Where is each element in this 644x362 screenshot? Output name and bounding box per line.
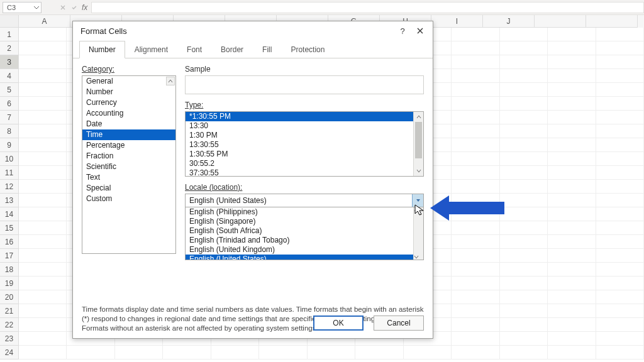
tab-number[interactable]: Number: [79, 41, 125, 58]
cell[interactable]: [19, 166, 67, 180]
cell[interactable]: [452, 69, 499, 83]
category-item[interactable]: Text: [82, 172, 175, 183]
category-item[interactable]: Accounting: [82, 108, 175, 119]
cell[interactable]: [500, 111, 548, 124]
type-item[interactable]: *1:30:55 PM: [186, 112, 423, 121]
row-header[interactable]: 20: [0, 290, 19, 304]
category-item[interactable]: Custom: [82, 194, 175, 204]
cell[interactable]: [355, 346, 403, 359]
cell[interactable]: [500, 332, 548, 346]
cell[interactable]: [19, 194, 67, 207]
cell[interactable]: [548, 111, 596, 124]
cell[interactable]: [452, 55, 499, 69]
cell[interactable]: [452, 180, 499, 194]
cell[interactable]: [500, 41, 548, 55]
row-header[interactable]: 12: [0, 180, 19, 194]
cell[interactable]: [500, 83, 548, 97]
row-header[interactable]: 13: [0, 194, 19, 207]
cell[interactable]: [500, 290, 548, 304]
row-header[interactable]: 8: [0, 124, 19, 138]
cell[interactable]: [500, 318, 548, 332]
cell[interactable]: [452, 138, 499, 152]
help-button[interactable]: ?: [395, 23, 410, 38]
cell[interactable]: [308, 346, 355, 359]
cell[interactable]: [548, 194, 596, 207]
row-header[interactable]: 9: [0, 138, 19, 152]
cell[interactable]: [19, 55, 67, 69]
cell[interactable]: [19, 97, 67, 111]
cell[interactable]: [452, 221, 499, 235]
cell[interactable]: [596, 138, 644, 152]
tab-fill[interactable]: Fill: [253, 41, 281, 58]
scroll-thumb[interactable]: [414, 212, 423, 238]
cell[interactable]: [500, 304, 548, 318]
cell[interactable]: [596, 180, 644, 194]
cell[interactable]: [452, 332, 499, 346]
row-header[interactable]: 22: [0, 318, 19, 332]
cell[interactable]: [19, 152, 67, 166]
locale-scrollbar[interactable]: [413, 207, 423, 260]
cell[interactable]: [548, 124, 596, 138]
cell[interactable]: [500, 249, 548, 263]
cell[interactable]: [500, 152, 548, 166]
cell[interactable]: [500, 346, 548, 359]
cell[interactable]: [19, 28, 67, 41]
category-item[interactable]: Number: [82, 87, 175, 97]
type-item[interactable]: 13:30: [186, 121, 423, 131]
cell[interactable]: [19, 277, 67, 290]
cell[interactable]: [548, 152, 596, 166]
cell[interactable]: [596, 263, 644, 277]
cell[interactable]: [548, 69, 596, 83]
cell[interactable]: [404, 346, 452, 359]
cell[interactable]: [596, 207, 644, 221]
cell[interactable]: [19, 41, 67, 55]
row-header[interactable]: 24: [0, 346, 19, 359]
cell[interactable]: [452, 207, 499, 221]
category-item[interactable]: Currency: [82, 97, 175, 108]
cancel-button[interactable]: Cancel: [374, 315, 424, 331]
cell[interactable]: [548, 277, 596, 290]
row-header[interactable]: 7: [0, 111, 19, 124]
combobox-button[interactable]: [412, 194, 423, 207]
cell[interactable]: [19, 332, 67, 346]
cell[interactable]: [548, 249, 596, 263]
cell[interactable]: [19, 290, 67, 304]
locale-option[interactable]: English (South Africa): [186, 226, 423, 236]
cell[interactable]: [596, 332, 644, 346]
cell[interactable]: [19, 304, 67, 318]
row-header[interactable]: 18: [0, 263, 19, 277]
cell[interactable]: [452, 318, 499, 332]
type-item[interactable]: 1:30 PM: [186, 131, 423, 140]
cell[interactable]: [500, 166, 548, 180]
close-button[interactable]: [413, 23, 428, 38]
cell[interactable]: [452, 249, 499, 263]
cell[interactable]: [19, 83, 67, 97]
cell[interactable]: [500, 28, 548, 41]
cell[interactable]: [596, 83, 644, 97]
row-header[interactable]: 6: [0, 97, 19, 111]
cell[interactable]: [19, 249, 67, 263]
name-box[interactable]: C3: [3, 2, 42, 13]
cell[interactable]: [500, 124, 548, 138]
cell[interactable]: [452, 194, 499, 207]
cell[interactable]: [452, 28, 499, 41]
row-header[interactable]: 14: [0, 207, 19, 221]
cell[interactable]: [548, 166, 596, 180]
cell[interactable]: [500, 180, 548, 194]
cell[interactable]: [596, 318, 644, 332]
row-header[interactable]: 23: [0, 332, 19, 346]
cell[interactable]: [19, 235, 67, 249]
cell[interactable]: [548, 28, 596, 41]
cell[interactable]: [548, 97, 596, 111]
category-item[interactable]: Percentage: [82, 140, 175, 151]
cell[interactable]: [548, 263, 596, 277]
cell[interactable]: [500, 194, 548, 207]
scroll-down-icon[interactable]: [414, 166, 424, 176]
row-header[interactable]: 3: [0, 55, 19, 69]
chevron-down-icon[interactable]: [33, 4, 40, 11]
cell[interactable]: [548, 180, 596, 194]
cell[interactable]: [596, 124, 644, 138]
scroll-down-icon[interactable]: [414, 255, 419, 260]
cell[interactable]: [500, 277, 548, 290]
row-header[interactable]: 11: [0, 166, 19, 180]
